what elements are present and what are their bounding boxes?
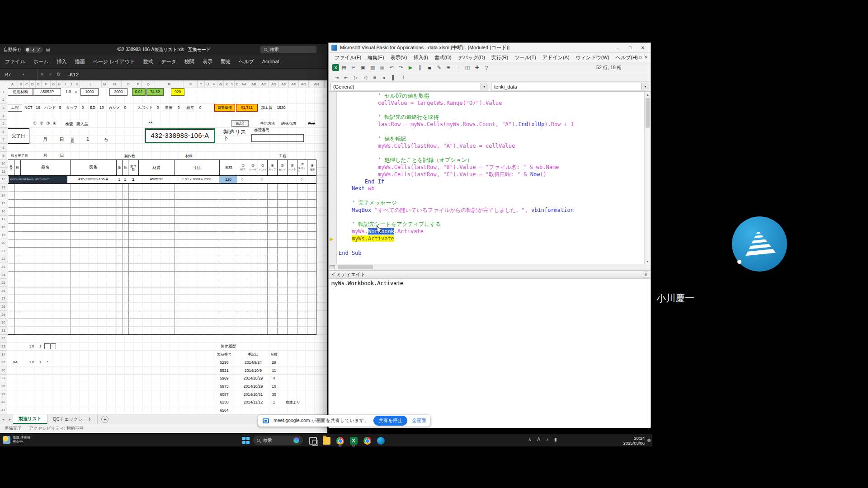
cell-r35-p[interactable]: 8A	[11, 358, 19, 366]
child-minimize-icon[interactable]: –	[634, 55, 637, 60]
row-header[interactable]: 2	[0, 96, 7, 104]
scroll-down-icon[interactable]: ▼	[645, 258, 651, 264]
proc-name[interactable]: 溶接	[163, 104, 175, 112]
code-line[interactable]: myWs.Activate	[339, 235, 643, 243]
cell-unit-suffix[interactable]: 台	[103, 136, 109, 144]
code-horizontal-scrollbar[interactable]	[329, 264, 651, 271]
cell-label[interactable]: 使用材料	[8, 88, 33, 96]
code-vertical-scrollbar[interactable]: ▲ ▼	[644, 92, 651, 264]
maximize-button[interactable]: □	[624, 44, 636, 52]
cell-r33-a[interactable]: 1.0	[27, 343, 36, 350]
start-button[interactable]	[242, 437, 250, 444]
cell-fee[interactable]: 1520	[275, 104, 288, 112]
code-line[interactable]: myWs.Cells(lastRow, "A").Value = cellVal…	[339, 143, 643, 150]
scroll-up-icon[interactable]: ▲	[645, 92, 651, 97]
row-header[interactable]: 21	[0, 247, 7, 255]
tab-nav-left-icon[interactable]: ◂	[0, 417, 7, 422]
history-cell[interactable]: 5973	[208, 382, 240, 390]
taskbar-app-edge[interactable]	[375, 436, 386, 446]
code-line[interactable]: myWs.Cells(lastRow, "B").Value = "ファイル名:…	[339, 164, 643, 171]
history-header-date[interactable]: 手記日	[237, 351, 269, 359]
history-cell[interactable]: 1	[265, 398, 283, 406]
code-line[interactable]: ' 処理したことを記録（オプション）	[339, 157, 643, 164]
history-cell[interactable]: 11	[265, 366, 283, 375]
ribbon-tab[interactable]: ページ レイアウト	[89, 55, 139, 68]
cell-width[interactable]: 1000	[80, 88, 99, 96]
history-cell[interactable]: 6564	[208, 406, 240, 414]
enter-icon[interactable]: ✓	[46, 72, 54, 77]
row-header[interactable]: 38	[0, 382, 7, 390]
ribbon-tab[interactable]: 挿入	[53, 55, 71, 68]
history-cell[interactable]: 2014/10/9	[237, 366, 269, 375]
ribbon-tab[interactable]: ファイル	[1, 55, 29, 68]
row-header[interactable]: 36	[0, 366, 7, 375]
cell-purchase[interactable]: 購入品	[75, 120, 90, 127]
code-line[interactable]: ' 転記先シートをアクティブにする	[339, 221, 643, 228]
section-process[interactable]: 工程	[276, 152, 289, 160]
volume-icon[interactable]: ♪	[546, 437, 548, 442]
row-header[interactable]: 41	[0, 406, 7, 414]
properties-window-icon[interactable]: ≡	[453, 64, 462, 72]
proc-value[interactable]: 0	[176, 104, 181, 112]
outdent-icon[interactable]: ⇤	[342, 73, 351, 81]
code-line[interactable]: myWs.Cells(lastRow, "C").Value = "取得日時: …	[339, 171, 643, 178]
code-line[interactable]: ' 値を転記	[339, 136, 643, 143]
transfer-button[interactable]: 転記	[231, 120, 249, 127]
history-cell[interactable]: 5521	[208, 366, 240, 375]
cell-method-2[interactable]: 納品/伝票	[278, 120, 299, 127]
row-header[interactable]: 12	[0, 176, 7, 184]
object-browser-icon[interactable]: ◫	[463, 64, 472, 72]
cell-method-1[interactable]: 手記方法	[259, 120, 277, 127]
cell-price[interactable]: ¥1,721	[236, 104, 258, 112]
row-header[interactable]: 16	[0, 207, 7, 216]
row-header[interactable]: 19	[0, 231, 7, 239]
cell-inspect[interactable]: 検査	[64, 120, 74, 127]
save-icon[interactable]: ▤	[46, 47, 50, 52]
th-yield[interactable]: 取数	[220, 160, 238, 175]
sheet-area[interactable]: ABCDEFGHIJKLMNOPQRSTUVWXYZAAABACADAEAFAG…	[0, 80, 327, 414]
ribbon-tab[interactable]: ヘルプ	[235, 55, 258, 68]
row-header[interactable]: 14	[0, 192, 7, 200]
proc-value[interactable]: 0	[123, 104, 127, 112]
widgets-button[interactable]: 暴風 注意報発令中	[3, 436, 31, 444]
th-qty[interactable]: 数	[123, 160, 128, 175]
child-close-icon[interactable]: ✕	[644, 55, 648, 60]
proc-value[interactable]: 0	[156, 104, 160, 112]
cell-height[interactable]: 2000	[109, 88, 127, 96]
menu-item[interactable]: 編集(E)	[364, 53, 387, 62]
row-header[interactable]: 11	[0, 168, 7, 176]
breakpoint-icon[interactable]: ●	[380, 73, 389, 81]
ribbon-tab[interactable]: 開発	[217, 55, 235, 68]
th-dims[interactable]: 寸法	[175, 160, 220, 175]
next-bookmark-icon[interactable]: ▷	[351, 73, 360, 81]
taskbar-app-chrome[interactable]	[335, 436, 345, 446]
cell-times[interactable]: ×	[73, 88, 79, 96]
cell-method-3[interactable]: →内示	[301, 120, 318, 127]
cell-price-label[interactable]: 目安単価	[214, 104, 235, 112]
save-icon[interactable]: ▤	[340, 64, 349, 72]
taskbar-clock[interactable]: 20:24 2025/03/06	[606, 436, 645, 446]
tab-nav-right-icon[interactable]: ▸	[7, 417, 14, 422]
row-header[interactable]: 31	[0, 327, 7, 335]
cell-stars[interactable]: **	[146, 120, 155, 127]
row-header[interactable]: 22	[0, 255, 7, 263]
row-header[interactable]: 28	[0, 303, 7, 311]
row-header[interactable]: 29	[0, 311, 7, 319]
doc-title-cell[interactable]: 製造リスト	[223, 131, 249, 139]
th-make[interactable]: 製作数	[128, 160, 139, 175]
history-cell[interactable]: 2014/10/31	[237, 390, 269, 399]
history-cell[interactable]: 2014/9/24	[237, 358, 269, 366]
menu-item[interactable]: 表示(V)	[387, 53, 410, 62]
sheet-tab-qc[interactable]: QCチェックシート	[47, 414, 98, 424]
cell-r33-b[interactable]: 1	[38, 343, 42, 350]
row-header[interactable]: 9	[0, 152, 7, 160]
proc-value[interactable]: 0	[198, 104, 203, 112]
th-name[interactable]: 品名	[21, 160, 71, 175]
row-header[interactable]: 10	[0, 160, 7, 168]
history-header-product[interactable]: 製品番号	[208, 351, 240, 359]
cell-thickness[interactable]: 1.0	[63, 88, 73, 96]
menu-item[interactable]: ファイル(F)	[331, 53, 364, 62]
paste-icon[interactable]: ▨	[368, 64, 377, 72]
combo-dropdown-icon[interactable]: ▼	[481, 83, 488, 90]
row-header[interactable]: 20	[0, 239, 7, 247]
